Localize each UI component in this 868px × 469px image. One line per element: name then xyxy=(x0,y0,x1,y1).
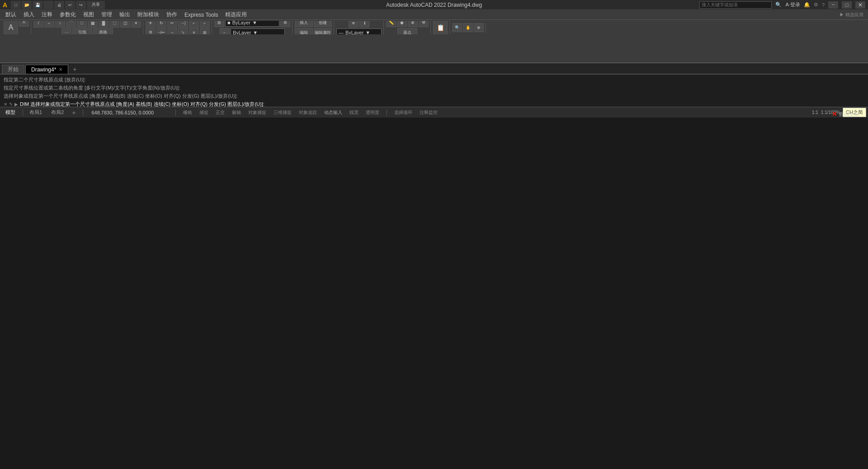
text-style-btn[interactable]: Ã xyxy=(19,21,29,27)
print-btn[interactable]: 🖨 xyxy=(54,1,64,9)
tab-drawing4[interactable]: Drawing4* ✕ xyxy=(25,65,68,74)
menu-express[interactable]: Express Tools xyxy=(181,11,222,19)
edit-attr-btn[interactable]: 编辑属性 xyxy=(314,28,332,34)
table-btn[interactable]: 表格 xyxy=(93,28,113,35)
text-btn[interactable]: A xyxy=(4,21,18,34)
view-orbit-btn[interactable]: ⊕ xyxy=(474,23,484,32)
cmd-cancel-btn[interactable]: ✕ xyxy=(4,102,7,107)
notification-icon[interactable]: 🔔 xyxy=(804,2,810,8)
user-label[interactable]: A·登录 xyxy=(785,1,800,8)
menu-parametric[interactable]: 参数化 xyxy=(56,10,80,19)
polyline-btn[interactable]: ⌐ xyxy=(44,21,54,28)
view-pan-btn[interactable]: ✋ xyxy=(463,23,473,32)
paste-btn[interactable]: 📋 xyxy=(433,21,448,34)
status-osnap-btn[interactable]: 对象捕捉 xyxy=(246,109,268,116)
tab-close-icon[interactable]: ✕ xyxy=(59,67,62,72)
measure-btn[interactable]: 📏 xyxy=(386,21,396,27)
tab-add-button[interactable]: + xyxy=(70,65,79,74)
new-btn[interactable]: □ xyxy=(11,1,21,9)
rotate-btn[interactable]: ↻ xyxy=(156,21,166,28)
layer-settings-btn[interactable]: ⚙ xyxy=(280,21,290,27)
menu-output[interactable]: 输出 xyxy=(116,10,134,19)
menu-search[interactable]: ▶ 精选应用 xyxy=(837,12,866,18)
scale-btn[interactable]: ⤡ xyxy=(178,28,188,35)
status-layout1[interactable]: 布局1 xyxy=(27,109,45,116)
fillet-btn[interactable]: ⌐ xyxy=(189,21,199,28)
offset-btn[interactable]: ≡ xyxy=(189,28,199,35)
status-lweight-btn[interactable]: 线宽 xyxy=(348,109,360,116)
trim-btn[interactable]: ✂ xyxy=(167,21,177,28)
share-btn[interactable]: 共享 xyxy=(87,1,105,9)
tab-start[interactable]: 开始 xyxy=(2,65,24,74)
status-selcycle-btn[interactable]: 选择循环 xyxy=(392,109,414,116)
status-grid-btn[interactable]: 栅格 xyxy=(181,109,194,116)
status-coordinates[interactable]: 648.7830, 786.6150, 0.0000 xyxy=(89,110,170,115)
array-btn[interactable]: ⊞ xyxy=(200,28,210,35)
status-dynin-btn[interactable]: 动态输入 xyxy=(322,109,344,116)
menu-manage[interactable]: 管理 xyxy=(98,10,116,19)
insert-btn[interactable]: 插入 xyxy=(295,21,313,27)
open-btn[interactable]: 📂 xyxy=(22,1,32,9)
bylayer-color-dropdown[interactable]: ByLayer▼ xyxy=(231,28,285,34)
status-3dosnap-btn[interactable]: 三维捕捉 xyxy=(272,109,293,116)
menu-featured[interactable]: 精选应用 xyxy=(222,10,250,19)
menu-annotate[interactable]: 注释 xyxy=(38,10,56,19)
edit-block-btn[interactable]: 编辑 xyxy=(295,28,313,34)
gradient-btn[interactable]: ▓ xyxy=(99,21,108,28)
add-layout-button[interactable]: + xyxy=(70,109,77,116)
status-polar-btn[interactable]: 极轴 xyxy=(230,109,243,116)
circle-btn[interactable]: ○ xyxy=(55,21,65,28)
minimize-button[interactable]: － xyxy=(828,1,838,9)
draw-more-btn[interactable]: ⋯ xyxy=(61,28,71,35)
save-btn[interactable]: 💾 xyxy=(33,1,42,9)
menu-collaborate[interactable]: 协作 xyxy=(163,10,181,19)
bylayer-linetype[interactable]: —ByLayer▼ xyxy=(336,28,382,34)
dim-linear-btn[interactable]: 引线 xyxy=(72,28,92,35)
status-transp-btn[interactable]: 透明度 xyxy=(364,109,381,116)
status-model[interactable]: 模型 xyxy=(2,109,19,116)
menu-default[interactable]: 默认 xyxy=(2,10,20,19)
layer-dropdown[interactable]: ■ByLayer▼ xyxy=(225,21,279,27)
maximize-button[interactable]: □ xyxy=(842,1,852,9)
move-btn[interactable]: ✛ xyxy=(146,21,156,28)
delete-dup-btn[interactable]: ⊗ xyxy=(408,21,418,27)
stretch-btn[interactable]: ↔ xyxy=(167,28,177,35)
status-otrack-btn[interactable]: 对象追踪 xyxy=(297,109,319,116)
wipeout-btn[interactable]: ✕ xyxy=(131,21,141,28)
annotation-scale[interactable]: 1:1 xyxy=(812,110,818,115)
chamfer-btn[interactable]: ⌐ xyxy=(200,21,210,28)
layer-manager-btn[interactable]: ⊞ xyxy=(214,21,224,27)
boundary-btn[interactable]: ⬚ xyxy=(109,21,119,28)
status-ortho-btn[interactable]: 正交 xyxy=(214,109,226,116)
region-btn[interactable]: ◫ xyxy=(120,21,130,28)
properties-group: ≋ ℹ —ByLayer▼ xyxy=(335,21,384,34)
status-layout2[interactable]: 布局2 xyxy=(48,109,66,116)
base-pt-btn[interactable]: 基点 xyxy=(397,28,417,34)
hatch-btn[interactable]: ▦ xyxy=(88,21,98,28)
line-btn[interactable]: / xyxy=(33,21,43,28)
undo-btn[interactable]: ↩ xyxy=(65,1,75,9)
mirror-btn[interactable]: ⊣⊢ xyxy=(156,28,166,35)
status-snap-btn[interactable]: 捕捉 xyxy=(198,109,210,116)
utilities-btn[interactable]: ⚒ xyxy=(419,21,429,27)
isolate-btn[interactable]: ◉ xyxy=(397,21,407,27)
menu-view[interactable]: 视图 xyxy=(80,10,98,19)
arc-btn[interactable]: ⌒ xyxy=(66,21,76,28)
status-annotmon-btn[interactable]: 注释监控 xyxy=(418,109,439,116)
layer-prev-btn[interactable]: ← xyxy=(220,28,230,34)
extend-btn[interactable]: →| xyxy=(178,21,188,28)
search-input[interactable] xyxy=(699,1,772,9)
menu-insert[interactable]: 插入 xyxy=(20,10,38,19)
view-zoom-btn[interactable]: 🔍 xyxy=(452,23,462,32)
menu-addins[interactable]: 附加模块 xyxy=(134,10,163,19)
create-block-btn[interactable]: 创建 xyxy=(314,21,332,27)
copy-btn[interactable]: ⧉ xyxy=(146,28,156,35)
list-btn[interactable]: ℹ xyxy=(359,21,369,28)
redo-btn[interactable]: ↪ xyxy=(76,1,86,9)
help-icon[interactable]: ? xyxy=(822,2,825,8)
settings-icon[interactable]: ⚙ xyxy=(814,2,818,8)
saveas-btn[interactable] xyxy=(43,1,53,9)
rect-btn[interactable]: □ xyxy=(77,21,87,28)
close-button[interactable]: ✕ xyxy=(855,1,865,9)
match-prop-btn[interactable]: ≋ xyxy=(349,21,359,28)
